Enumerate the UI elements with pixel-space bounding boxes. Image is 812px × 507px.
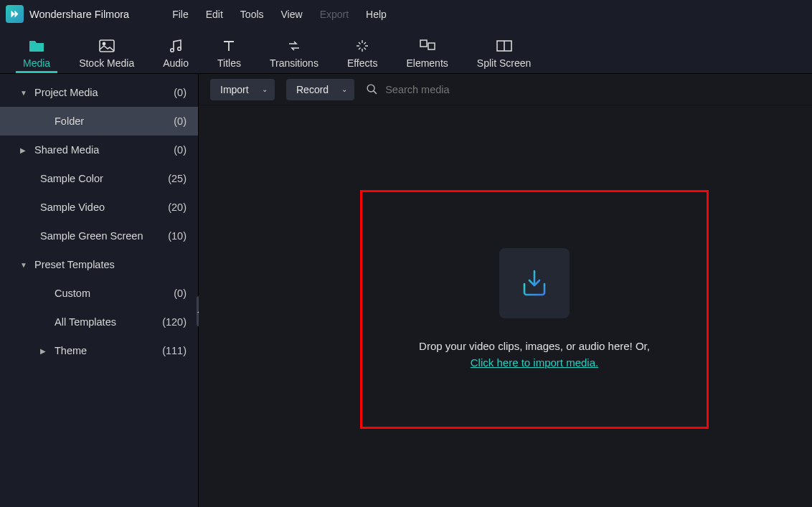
sidebar-item-shared-media[interactable]: ▶Shared Media (0) <box>0 136 198 164</box>
sidebar-item-theme[interactable]: ▶Theme (111) <box>0 336 198 365</box>
search-input[interactable] <box>385 84 801 95</box>
tab-label: Titles <box>217 57 241 69</box>
folder-icon <box>28 37 45 55</box>
sidebar-item-sample-green-screen[interactable]: Sample Green Screen (10) <box>0 222 198 250</box>
sidebar-item-label: Folder <box>55 115 84 127</box>
sidebar-item-count: (0) <box>174 288 187 299</box>
svg-point-8 <box>367 85 374 92</box>
tab-label: Audio <box>163 57 189 69</box>
svg-line-9 <box>374 91 377 94</box>
media-action-bar: Import ⌄ Record ⌄ <box>199 74 812 105</box>
sidebar-item-count: (25) <box>168 173 187 184</box>
tab-elements[interactable]: Elements <box>392 37 462 73</box>
sidebar-item-count: (0) <box>174 87 187 98</box>
sidebar-item-count: (0) <box>174 144 187 156</box>
sidebar-item-count: (10) <box>168 230 187 242</box>
sidebar-item-count: (111) <box>162 345 187 356</box>
tab-media[interactable]: Media <box>9 37 65 73</box>
tab-titles[interactable]: Titles <box>203 37 255 73</box>
import-label: Import <box>220 84 249 95</box>
dropzone-message: Drop your video clips, images, or audio … <box>419 340 650 352</box>
tab-audio[interactable]: Audio <box>148 37 203 73</box>
image-icon <box>99 37 115 55</box>
tab-label: Effects <box>347 57 378 69</box>
svg-rect-4 <box>420 40 427 47</box>
record-dropdown[interactable]: Record ⌄ <box>286 79 354 100</box>
sidebar-item-label: Sample Color <box>40 173 103 184</box>
sidebar-item-label: Shared Media <box>34 144 99 156</box>
chevron-down-icon: ▼ <box>20 261 29 269</box>
search-icon <box>366 83 378 95</box>
tab-split-screen[interactable]: Split Screen <box>463 37 545 73</box>
import-media-link[interactable]: Click here to import media. <box>471 356 598 369</box>
menu-bar: Wondershare Filmora File Edit Tools View… <box>0 0 812 28</box>
tab-transitions[interactable]: Transitions <box>255 37 333 73</box>
dropzone-text: Drop your video clips, images, or audio … <box>419 338 650 371</box>
sidebar-item-label: Preset Templates <box>34 259 115 270</box>
transitions-icon <box>287 37 301 55</box>
sidebar-item-label: All Templates <box>55 316 116 328</box>
svg-rect-0 <box>100 40 114 52</box>
toolbar-tabs: Media Stock Media Audio Titles Transitio… <box>0 28 812 74</box>
sidebar-item-sample-color[interactable]: Sample Color (25) <box>0 164 198 193</box>
media-main-panel: Import ⌄ Record ⌄ <box>199 74 812 507</box>
app-title: Wondershare Filmora <box>29 9 129 20</box>
record-label: Record <box>296 84 329 95</box>
sidebar-item-count: (20) <box>168 202 187 213</box>
sidebar-item-preset-templates[interactable]: ▼Preset Templates <box>0 250 198 279</box>
tab-label: Split Screen <box>477 57 531 69</box>
sidebar-item-folder[interactable]: Folder (0) <box>0 107 198 136</box>
menu-edit[interactable]: Edit <box>206 9 223 20</box>
tab-label: Stock Media <box>79 57 134 69</box>
svg-point-2 <box>171 49 174 52</box>
svg-rect-5 <box>428 43 435 49</box>
menu-tools[interactable]: Tools <box>240 9 264 20</box>
sidebar-item-label: Theme <box>55 345 87 356</box>
elements-icon <box>420 37 435 55</box>
import-icon <box>499 248 570 318</box>
sparkle-icon <box>356 37 369 55</box>
menu-file[interactable]: File <box>172 9 189 20</box>
media-sidebar: ▼Project Media (0) Folder (0) ▶Shared Me… <box>0 74 199 507</box>
tab-label: Elements <box>406 57 448 69</box>
menu-export: Export <box>320 9 349 20</box>
tab-label: Media <box>23 57 50 69</box>
app-logo-icon <box>6 5 24 23</box>
text-icon <box>222 37 235 55</box>
chevron-down-icon: ⌄ <box>262 85 268 93</box>
menu-help[interactable]: Help <box>366 9 387 20</box>
tab-stock-media[interactable]: Stock Media <box>65 37 148 73</box>
sidebar-item-label: Custom <box>55 288 90 299</box>
media-dropzone[interactable]: Drop your video clips, images, or audio … <box>360 190 709 429</box>
sidebar-item-label: Project Media <box>34 87 98 98</box>
chevron-right-icon: ▶ <box>40 347 49 355</box>
sidebar-item-count: (120) <box>162 316 187 328</box>
chevron-down-icon: ⌄ <box>341 85 347 93</box>
search-field[interactable] <box>366 83 801 95</box>
sidebar-item-project-media[interactable]: ▼Project Media (0) <box>0 78 198 107</box>
chevron-right-icon: ▶ <box>20 146 29 154</box>
svg-point-1 <box>103 42 105 44</box>
chevron-down-icon: ▼ <box>20 89 29 97</box>
main-menu: File Edit Tools View Export Help <box>172 9 387 20</box>
music-note-icon <box>169 37 183 55</box>
svg-point-3 <box>178 47 181 51</box>
tab-effects[interactable]: Effects <box>333 37 392 73</box>
import-dropdown[interactable]: Import ⌄ <box>210 79 275 100</box>
menu-view[interactable]: View <box>281 9 303 20</box>
sidebar-item-count: (0) <box>174 115 187 127</box>
sidebar-item-all-templates[interactable]: All Templates (120) <box>0 308 198 336</box>
sidebar-item-custom[interactable]: Custom (0) <box>0 279 198 308</box>
tab-label: Transitions <box>270 57 318 69</box>
split-screen-icon <box>496 37 512 55</box>
sidebar-item-sample-video[interactable]: Sample Video (20) <box>0 193 198 222</box>
sidebar-item-label: Sample Video <box>40 202 105 213</box>
sidebar-item-label: Sample Green Screen <box>40 230 143 242</box>
